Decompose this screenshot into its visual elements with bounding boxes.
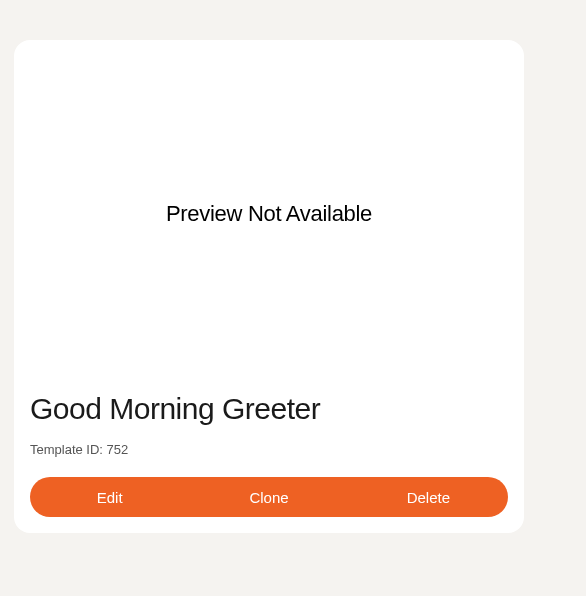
template-id-label: Template ID: 752	[30, 442, 508, 457]
template-card: Preview Not Available Good Morning Greet…	[14, 40, 524, 533]
template-title: Good Morning Greeter	[30, 392, 508, 426]
edit-button[interactable]: Edit	[30, 477, 189, 517]
clone-button[interactable]: Clone	[189, 477, 348, 517]
delete-button[interactable]: Delete	[349, 477, 508, 517]
preview-area: Preview Not Available	[30, 56, 508, 372]
action-button-row: Edit Clone Delete	[30, 477, 508, 517]
preview-placeholder-text: Preview Not Available	[166, 201, 372, 227]
